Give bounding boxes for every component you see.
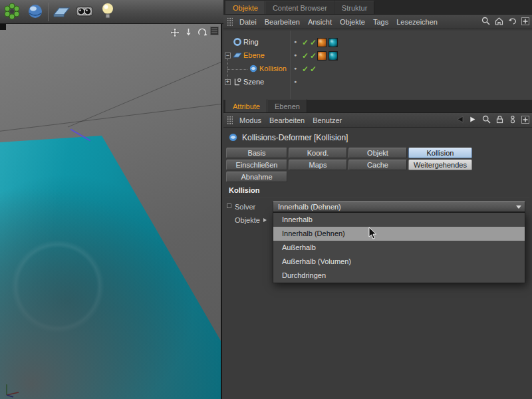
section-button-weitergehendes[interactable]: Weitergehendes bbox=[408, 160, 472, 170]
viewport-3d[interactable] bbox=[0, 24, 222, 399]
object-manager-tabbar: Objekte Content Browser Struktur bbox=[223, 0, 532, 15]
menu-datei[interactable]: Datei bbox=[235, 18, 261, 26]
dropdown-option-innerhalb-dehnen[interactable]: Innerhalb (Dehnen) bbox=[273, 227, 525, 241]
attribute-title: Kollisions-Deformer [Kollision] bbox=[242, 133, 348, 142]
add-panel-icon[interactable] bbox=[521, 116, 529, 125]
history-back-icon[interactable] bbox=[456, 115, 464, 125]
dropdown-option-durchdringen[interactable]: Durchdringen bbox=[273, 269, 525, 283]
green-flower-tool-button[interactable] bbox=[1, 1, 23, 23]
link-circles-icon[interactable] bbox=[509, 115, 517, 125]
search-icon[interactable] bbox=[481, 17, 490, 27]
plane-tool-button[interactable] bbox=[51, 1, 72, 23]
light-bulb-icon bbox=[100, 2, 115, 22]
section-button-kollision[interactable]: Kollision bbox=[408, 148, 472, 158]
section-button-objekt[interactable]: Objekt bbox=[348, 148, 407, 158]
solver-dropdown[interactable]: Innerhalb (Dehnen) bbox=[273, 201, 525, 212]
main-toolbar bbox=[0, 0, 223, 24]
material-thumbnail-orange[interactable] bbox=[317, 51, 327, 61]
tab-attribute[interactable]: Attribute bbox=[225, 99, 267, 112]
binoculars-tool-button[interactable] bbox=[74, 1, 95, 23]
blue-sphere-tool-button[interactable] bbox=[25, 1, 46, 23]
dropdown-option-ausserhalb-volumen[interactable]: Außerhalb (Volumen) bbox=[273, 255, 525, 269]
viewport-menu-icon[interactable] bbox=[210, 27, 219, 35]
plane-icon bbox=[51, 3, 71, 21]
toolbar-separator bbox=[48, 3, 49, 21]
mouse-cursor bbox=[368, 227, 378, 241]
collapse-expander-icon[interactable]: − bbox=[225, 53, 231, 59]
tab-struktur[interactable]: Struktur bbox=[334, 1, 375, 14]
layer-dot[interactable]: ● bbox=[294, 39, 297, 44]
menu-ansicht[interactable]: Ansicht bbox=[304, 18, 336, 26]
dropdown-option-ausserhalb[interactable]: Außerhalb bbox=[273, 241, 525, 255]
viewport-nav-icons bbox=[170, 28, 207, 39]
history-forward-icon[interactable] bbox=[469, 115, 477, 125]
enabled-check[interactable]: ✓ bbox=[310, 38, 317, 47]
menu-tags[interactable]: Tags bbox=[369, 18, 392, 26]
green-flower-icon bbox=[3, 2, 21, 22]
ring-object-icon bbox=[233, 37, 242, 48]
rotate-icon[interactable] bbox=[198, 28, 207, 39]
drag-grip-icon[interactable] bbox=[227, 17, 233, 26]
binoculars-icon bbox=[75, 4, 94, 20]
menu-bearbeiten[interactable]: Bearbeiten bbox=[261, 18, 304, 26]
layer-dot[interactable]: ● bbox=[294, 66, 297, 70]
section-button-cache[interactable]: Cache bbox=[348, 160, 407, 170]
menu-lesezeichen[interactable]: Lesezeichen bbox=[392, 18, 442, 26]
expand-expander-icon[interactable]: + bbox=[225, 79, 231, 85]
axis-gizmo bbox=[3, 382, 23, 399]
material-thumbnail-orange[interactable] bbox=[317, 38, 327, 47]
tree-label-ebene[interactable]: Ebene bbox=[243, 51, 265, 59]
menu-bearbeiten-attr[interactable]: Bearbeiten bbox=[265, 116, 309, 124]
tree-row-szene[interactable]: + Szene ● bbox=[223, 76, 532, 89]
section-button-abnahme[interactable]: Abnahme bbox=[226, 172, 287, 182]
tab-objekte[interactable]: Objekte bbox=[225, 1, 265, 14]
section-button-basis[interactable]: Basis bbox=[226, 148, 287, 158]
group-separator bbox=[225, 197, 529, 198]
tree-label-kollision[interactable]: Kollision bbox=[259, 65, 287, 72]
pan-icon[interactable] bbox=[170, 28, 180, 39]
section-button-maps[interactable]: Maps bbox=[289, 160, 347, 170]
scene-object-icon bbox=[233, 77, 242, 88]
object-manager-menubar: Datei Bearbeiten Ansicht Objekte Tags Le… bbox=[223, 15, 532, 29]
drag-grip-icon[interactable] bbox=[227, 116, 233, 124]
layer-dot[interactable]: ● bbox=[294, 53, 297, 57]
menu-objekte[interactable]: Objekte bbox=[336, 18, 369, 26]
enabled-check[interactable]: ✓ bbox=[302, 65, 309, 74]
zoom-icon[interactable] bbox=[184, 28, 193, 39]
tree-row-kollision[interactable]: Kollision ● ✓ ✓ bbox=[223, 63, 532, 76]
collision-deformer-icon bbox=[228, 132, 238, 144]
material-thumbnail-teal[interactable] bbox=[329, 51, 338, 61]
tab-content-browser[interactable]: Content Browser bbox=[265, 1, 334, 14]
enabled-check[interactable]: ✓ bbox=[310, 65, 317, 74]
tab-ebenen[interactable]: Ebenen bbox=[267, 99, 307, 112]
material-thumbnail-teal[interactable] bbox=[329, 38, 338, 47]
enabled-check[interactable]: ✓ bbox=[310, 51, 317, 61]
home-icon[interactable] bbox=[495, 17, 503, 27]
search-icon[interactable] bbox=[482, 115, 491, 125]
menu-benutzer[interactable]: Benutzer bbox=[309, 116, 346, 124]
lock-icon[interactable] bbox=[495, 115, 504, 125]
layer-dot[interactable]: ● bbox=[294, 79, 297, 84]
enabled-check[interactable]: ✓ bbox=[302, 51, 309, 61]
dropdown-option-innerhalb[interactable]: Innerhalb bbox=[273, 213, 525, 227]
solver-value: Innerhalb (Dehnen) bbox=[278, 203, 341, 211]
objekte-label: Objekte bbox=[235, 216, 260, 224]
keyframe-box-icon[interactable] bbox=[227, 203, 231, 208]
tree-row-ring[interactable]: Ring ● ✓ ✓ bbox=[223, 36, 532, 49]
tree-label-ring[interactable]: Ring bbox=[243, 38, 259, 46]
attribute-tabbar: Attribute Ebenen bbox=[223, 100, 532, 113]
deformed-plane-surface[interactable] bbox=[0, 24, 222, 399]
light-bulb-tool-button[interactable] bbox=[97, 1, 118, 23]
section-button-koord[interactable]: Koord. bbox=[289, 148, 347, 158]
tree-label-szene[interactable]: Szene bbox=[243, 78, 264, 86]
add-panel-icon[interactable] bbox=[521, 17, 529, 27]
back-arrow-icon[interactable] bbox=[508, 17, 517, 27]
enabled-check[interactable]: ✓ bbox=[302, 38, 309, 47]
tree-row-ebene[interactable]: − Ebene ● ✓ ✓ bbox=[223, 49, 532, 63]
solver-dropdown-popup: Innerhalb Innerhalb (Dehnen) Außerhalb A… bbox=[273, 212, 525, 283]
expand-triangle-icon[interactable] bbox=[263, 218, 267, 222]
section-button-einschliessen[interactable]: Einschließen bbox=[226, 160, 287, 170]
menu-modus[interactable]: Modus bbox=[235, 116, 265, 124]
blue-sphere-icon bbox=[27, 3, 44, 21]
grid-line bbox=[68, 49, 222, 127]
